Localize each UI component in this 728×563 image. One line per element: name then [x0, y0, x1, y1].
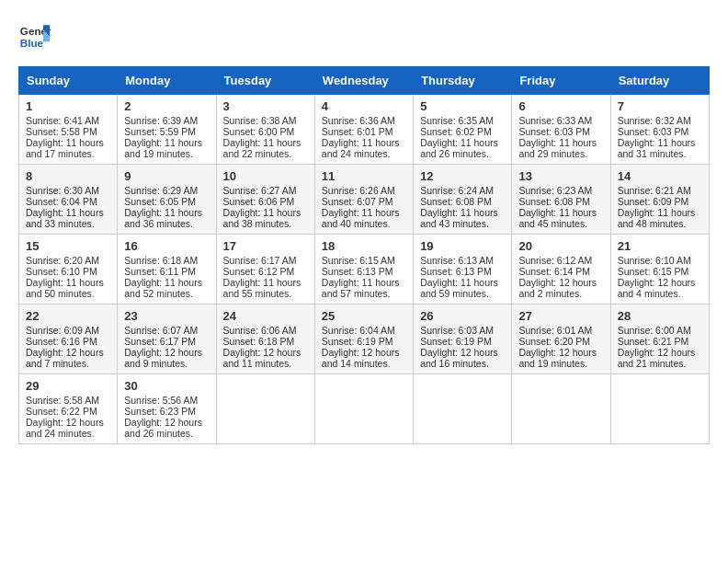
- day-info: Sunrise: 5:58 AM: [26, 395, 110, 406]
- weekday-header-monday: Monday: [118, 67, 216, 95]
- day-info: Sunrise: 6:29 AM: [124, 185, 209, 196]
- day-number: 21: [618, 239, 702, 253]
- calendar-table: SundayMondayTuesdayWednesdayThursdayFrid…: [18, 66, 710, 444]
- calendar-cell: 1Sunrise: 6:41 AMSunset: 5:58 PMDaylight…: [19, 95, 118, 165]
- day-number: 10: [223, 169, 308, 183]
- calendar-cell: [414, 374, 512, 444]
- day-info: Sunrise: 6:15 AM: [322, 255, 406, 266]
- day-info: Sunrise: 6:24 AM: [420, 185, 505, 196]
- day-info: Daylight: 11 hours and 26 minutes.: [420, 137, 505, 159]
- day-number: 4: [322, 99, 406, 113]
- day-info: Sunset: 6:00 PM: [223, 126, 308, 137]
- calendar-cell: 7Sunrise: 6:32 AMSunset: 6:03 PMDaylight…: [610, 95, 709, 165]
- weekday-header-sunday: Sunday: [19, 67, 118, 95]
- day-info: Sunset: 5:59 PM: [124, 126, 209, 137]
- day-info: Sunrise: 6:20 AM: [26, 255, 110, 266]
- day-info: Daylight: 11 hours and 43 minutes.: [420, 207, 505, 229]
- day-number: 28: [618, 309, 702, 323]
- day-info: Sunset: 6:16 PM: [26, 336, 110, 347]
- day-number: 5: [420, 99, 505, 113]
- weekday-header-wednesday: Wednesday: [314, 67, 413, 95]
- day-info: Sunset: 6:07 PM: [322, 196, 406, 207]
- calendar-cell: 3Sunrise: 6:38 AMSunset: 6:00 PMDaylight…: [216, 95, 314, 165]
- day-info: Sunrise: 6:36 AM: [322, 115, 406, 126]
- day-info: Sunrise: 6:09 AM: [26, 325, 110, 336]
- calendar-cell: 8Sunrise: 6:30 AMSunset: 6:04 PMDaylight…: [19, 165, 118, 235]
- day-info: Daylight: 12 hours and 9 minutes.: [124, 347, 209, 369]
- day-number: 2: [124, 99, 209, 113]
- day-info: Sunset: 6:10 PM: [26, 266, 110, 277]
- weekday-header-row: SundayMondayTuesdayWednesdayThursdayFrid…: [19, 67, 710, 95]
- day-info: Sunset: 6:17 PM: [124, 336, 209, 347]
- day-info: Daylight: 12 hours and 2 minutes.: [518, 277, 603, 299]
- day-number: 30: [124, 379, 209, 393]
- day-number: 14: [618, 169, 702, 183]
- day-info: Sunset: 6:23 PM: [124, 406, 209, 417]
- day-info: Sunrise: 6:39 AM: [124, 115, 209, 126]
- calendar-cell: 22Sunrise: 6:09 AMSunset: 6:16 PMDayligh…: [19, 304, 118, 374]
- calendar-cell: 16Sunrise: 6:18 AMSunset: 6:11 PMDayligh…: [118, 235, 216, 304]
- day-info: Daylight: 11 hours and 50 minutes.: [26, 277, 110, 299]
- weekday-header-friday: Friday: [512, 67, 610, 95]
- day-info: Sunset: 6:03 PM: [518, 126, 603, 137]
- day-info: Sunset: 6:13 PM: [322, 266, 406, 277]
- day-info: Sunset: 6:19 PM: [322, 336, 406, 347]
- calendar-cell: 18Sunrise: 6:15 AMSunset: 6:13 PMDayligh…: [314, 235, 413, 304]
- day-info: Daylight: 12 hours and 16 minutes.: [420, 347, 505, 369]
- day-info: Daylight: 11 hours and 52 minutes.: [124, 277, 209, 299]
- day-info: Daylight: 11 hours and 45 minutes.: [518, 207, 603, 229]
- day-info: Daylight: 11 hours and 48 minutes.: [618, 207, 702, 229]
- day-info: Sunset: 5:58 PM: [26, 126, 110, 137]
- day-number: 24: [223, 309, 308, 323]
- calendar-cell: 9Sunrise: 6:29 AMSunset: 6:05 PMDaylight…: [118, 165, 216, 235]
- day-info: Daylight: 11 hours and 31 minutes.: [618, 137, 702, 159]
- day-info: Daylight: 11 hours and 33 minutes.: [26, 207, 110, 229]
- calendar-cell: 13Sunrise: 6:23 AMSunset: 6:08 PMDayligh…: [512, 165, 610, 235]
- day-info: Sunset: 6:03 PM: [618, 126, 702, 137]
- calendar-cell: 30Sunrise: 5:56 AMSunset: 6:23 PMDayligh…: [118, 374, 216, 444]
- day-info: Sunrise: 6:12 AM: [518, 255, 603, 266]
- calendar-week-1: 1Sunrise: 6:41 AMSunset: 5:58 PMDaylight…: [19, 95, 710, 165]
- day-info: Sunset: 6:06 PM: [223, 196, 308, 207]
- day-info: Sunset: 6:09 PM: [618, 196, 702, 207]
- day-info: Sunrise: 6:01 AM: [518, 325, 603, 336]
- day-info: Sunset: 6:20 PM: [518, 336, 603, 347]
- day-number: 6: [518, 99, 603, 113]
- day-info: Daylight: 12 hours and 14 minutes.: [322, 347, 406, 369]
- day-info: Sunset: 6:08 PM: [518, 196, 603, 207]
- day-info: Sunset: 6:08 PM: [420, 196, 505, 207]
- page-header: General Blue: [18, 18, 710, 52]
- calendar-cell: 6Sunrise: 6:33 AMSunset: 6:03 PMDaylight…: [512, 95, 610, 165]
- day-info: Sunset: 6:21 PM: [618, 336, 702, 347]
- day-info: Sunset: 6:15 PM: [618, 266, 702, 277]
- day-info: Daylight: 12 hours and 26 minutes.: [124, 417, 209, 439]
- day-info: Sunrise: 6:18 AM: [124, 255, 209, 266]
- day-number: 20: [518, 239, 603, 253]
- day-info: Sunrise: 5:56 AM: [124, 395, 209, 406]
- day-info: Daylight: 12 hours and 19 minutes.: [518, 347, 603, 369]
- day-info: Sunrise: 6:41 AM: [26, 115, 110, 126]
- calendar-cell: 26Sunrise: 6:03 AMSunset: 6:19 PMDayligh…: [414, 304, 512, 374]
- calendar-cell: 19Sunrise: 6:13 AMSunset: 6:13 PMDayligh…: [414, 235, 512, 304]
- day-info: Sunrise: 6:03 AM: [420, 325, 505, 336]
- day-info: Sunset: 6:11 PM: [124, 266, 209, 277]
- day-number: 11: [322, 169, 406, 183]
- day-number: 23: [124, 309, 209, 323]
- day-info: Sunrise: 6:38 AM: [223, 115, 308, 126]
- day-info: Sunset: 6:02 PM: [420, 126, 505, 137]
- day-info: Sunrise: 6:13 AM: [420, 255, 505, 266]
- day-info: Daylight: 12 hours and 11 minutes.: [223, 347, 308, 369]
- day-info: Daylight: 12 hours and 4 minutes.: [618, 277, 702, 299]
- calendar-cell: 20Sunrise: 6:12 AMSunset: 6:14 PMDayligh…: [512, 235, 610, 304]
- svg-text:Blue: Blue: [20, 37, 44, 49]
- weekday-header-thursday: Thursday: [414, 67, 512, 95]
- day-info: Daylight: 11 hours and 38 minutes.: [223, 207, 308, 229]
- day-number: 25: [322, 309, 406, 323]
- day-info: Sunrise: 6:10 AM: [618, 255, 702, 266]
- day-info: Sunrise: 6:00 AM: [618, 325, 702, 336]
- calendar-week-5: 29Sunrise: 5:58 AMSunset: 6:22 PMDayligh…: [19, 374, 710, 444]
- calendar-week-4: 22Sunrise: 6:09 AMSunset: 6:16 PMDayligh…: [19, 304, 710, 374]
- calendar-cell: 25Sunrise: 6:04 AMSunset: 6:19 PMDayligh…: [314, 304, 413, 374]
- calendar-cell: 23Sunrise: 6:07 AMSunset: 6:17 PMDayligh…: [118, 304, 216, 374]
- calendar-cell: 2Sunrise: 6:39 AMSunset: 5:59 PMDaylight…: [118, 95, 216, 165]
